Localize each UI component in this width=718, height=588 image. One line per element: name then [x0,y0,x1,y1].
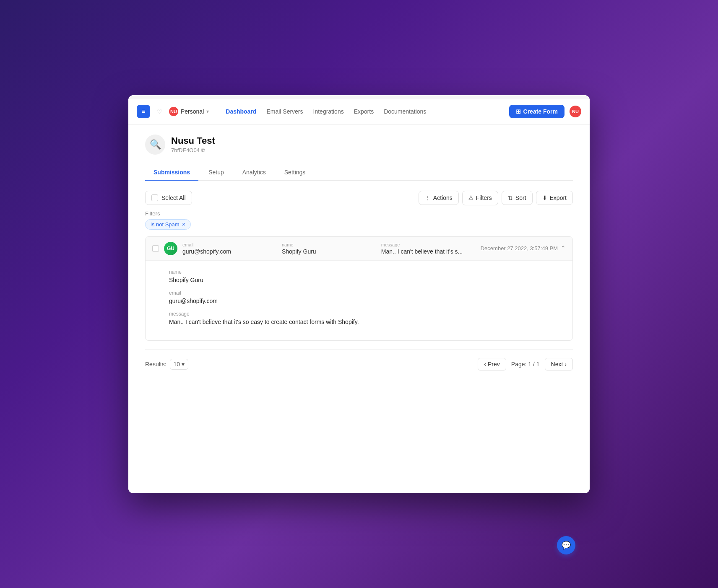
form-header: 🔍 Nusu Test 7bfDE4O04 ⧉ [145,135,573,155]
next-label: Next [551,361,563,368]
workspace-label: Personal [181,108,204,115]
workspace-selector[interactable]: NU Personal ▾ [169,107,209,116]
detail-message-label: message [169,311,564,317]
pagination-nav: ‹ Prev Page: 1 / 1 Next › [478,358,573,370]
results-label: Results: [145,361,166,368]
form-id: 7bfDE4O04 ⧉ [171,147,215,154]
email-field-value: guru@shopify.com [182,248,277,255]
nav-link-email-servers[interactable]: Email Servers [266,108,303,115]
detail-email-value: guru@shopify.com [169,298,564,304]
browser-chrome [128,95,590,99]
prev-label: Prev [488,361,500,368]
sort-button[interactable]: ⇅ Sort [502,191,533,205]
submitter-avatar: GU [164,242,177,255]
sort-label: Sort [515,194,526,201]
message-field-block: message Man.. I can't believe that it's … [381,242,476,255]
export-icon: ⬇ [542,194,547,201]
detail-message-field: message Man.. I can't believe that it's … [169,311,564,325]
email-field-label: email [182,242,277,247]
select-all-label: Select All [161,194,186,201]
select-all-checkbox[interactable] [151,194,158,201]
nav-link-exports[interactable]: Exports [354,108,374,115]
user-avatar[interactable]: NU [570,106,581,117]
filters-icon: ⧊ [468,194,473,202]
select-all-button[interactable]: Select All [145,191,192,205]
chat-button[interactable]: 💬 [557,536,575,554]
toolbar: Select All ⋮ Actions ⧊ Filters ⇅ Sort ⬇ … [145,191,573,205]
export-label: Export [550,194,567,201]
main-content: 🔍 Nusu Test 7bfDE4O04 ⧉ Submissions Setu… [128,124,590,493]
create-form-icon: ⊞ [516,108,521,115]
name-field-block: name Shopify Guru [282,242,376,255]
navbar: ≡ ♡ NU Personal ▾ Dashboard Email Server… [128,99,590,124]
actions-button[interactable]: ⋮ Actions [419,191,459,205]
submission-row: GU email guru@shopify.com name Shopify G… [145,236,573,341]
filter-tag-label: is not Spam [151,221,180,228]
detail-email-label: email [169,290,564,296]
create-form-label: Create Form [523,108,558,115]
filters-section: Filters is not Spam × [145,210,573,230]
sort-icon: ⇅ [508,194,513,201]
submission-detail: name Shopify Guru email guru@shopify.com… [146,261,572,340]
submission-checkbox[interactable] [152,245,159,252]
filter-remove-icon[interactable]: × [182,221,185,227]
filters-label: Filters [145,210,573,217]
filters-label: Filters [476,194,492,201]
name-field-label: name [282,242,376,247]
nav-link-documentations[interactable]: Documentations [384,108,426,115]
export-button[interactable]: ⬇ Export [536,191,573,205]
tab-analytics[interactable]: Analytics [234,165,274,181]
detail-name-value: Shopify Guru [169,277,564,283]
create-form-button[interactable]: ⊞ Create Form [509,105,565,118]
form-tabs: Submissions Setup Analytics Settings [145,165,573,181]
form-title: Nusu Test [171,135,215,146]
name-field-value: Shopify Guru [282,248,376,255]
timestamp-value: December 27 2022, 3:57:49 PM [481,245,558,251]
submission-header: GU email guru@shopify.com name Shopify G… [146,237,572,261]
tab-setup[interactable]: Setup [200,165,232,181]
submission-timestamp: December 27 2022, 3:57:49 PM ⌃ [481,244,566,252]
message-field-preview: Man.. I can't believe that it's s... [381,248,476,255]
detail-name-field: name Shopify Guru [169,269,564,283]
chat-icon: 💬 [562,541,571,550]
nav-link-integrations[interactable]: Integrations [313,108,344,115]
actions-label: Actions [433,194,453,201]
copy-icon[interactable]: ⧉ [201,147,205,154]
results-count-value: 10 [174,361,180,368]
next-button[interactable]: Next › [545,358,573,370]
nav-link-dashboard[interactable]: Dashboard [226,108,256,115]
heart-icon: ♡ [157,108,162,115]
toolbar-right: ⋮ Actions ⧊ Filters ⇅ Sort ⬇ Export [419,191,573,205]
logo-icon: ≡ [141,108,145,115]
actions-icon: ⋮ [425,194,431,201]
navbar-actions: ⊞ Create Form NU [509,105,581,118]
prev-button[interactable]: ‹ Prev [478,358,506,370]
workspace-badge: NU [169,107,178,116]
results-control: Results: 10 ▾ [145,359,188,370]
email-field-block: email guru@shopify.com [182,242,277,255]
results-count-select[interactable]: 10 ▾ [170,359,189,370]
next-chevron-icon: › [565,361,567,368]
filters-button[interactable]: ⧊ Filters [462,191,498,205]
expand-icon[interactable]: ⌃ [560,244,566,252]
detail-email-field: email guru@shopify.com [169,290,564,304]
form-icon-emoji: 🔍 [150,139,161,150]
prev-chevron-icon: ‹ [484,361,486,368]
message-field-label: message [381,242,476,247]
detail-message-value: Man.. I can't believe that it's so easy … [169,319,564,325]
form-icon: 🔍 [145,135,165,155]
detail-name-label: name [169,269,564,275]
results-chevron-icon: ▾ [182,361,185,368]
pagination: Results: 10 ▾ ‹ Prev Page: 1 / 1 Next › [145,349,573,370]
main-nav: Dashboard Email Servers Integrations Exp… [226,108,502,115]
filter-tag-not-spam: is not Spam × [145,219,191,230]
form-title-block: Nusu Test 7bfDE4O04 ⧉ [171,135,215,154]
tab-submissions[interactable]: Submissions [145,165,198,181]
tab-settings[interactable]: Settings [276,165,314,181]
workspace-chevron-icon: ▾ [206,109,209,114]
page-info: Page: 1 / 1 [511,361,540,368]
form-id-value: 7bfDE4O04 [171,147,200,153]
app-logo[interactable]: ≡ [137,105,150,118]
